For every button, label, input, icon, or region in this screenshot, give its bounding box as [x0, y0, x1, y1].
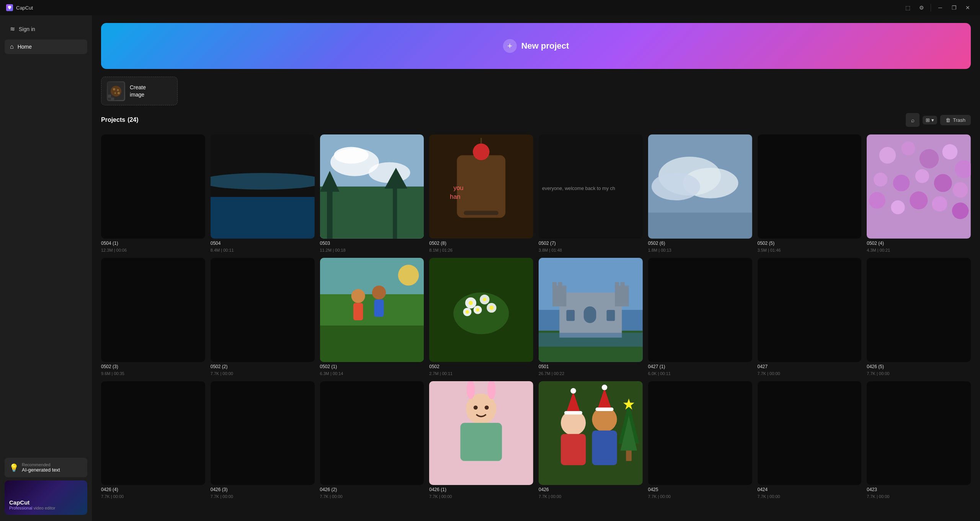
promo-card[interactable]: CapCut Professional video editor	[5, 480, 87, 515]
close-icon: ✕	[965, 5, 970, 11]
svg-point-44	[915, 169, 929, 183]
sidebar-item-home[interactable]: ⌂ Home	[5, 39, 87, 54]
project-name: 0502 (7)	[539, 241, 643, 246]
projects-grid: 0504 (1)12.3M | 00:06 05048.4M | 00:11	[101, 134, 971, 499]
svg-point-40	[942, 144, 958, 159]
svg-point-59	[398, 265, 418, 285]
settings-button[interactable]: ⚙	[915, 2, 928, 14]
svg-rect-85	[539, 333, 643, 346]
project-name: 0427 (1)	[648, 364, 752, 369]
titlebar-left: CapCut	[6, 4, 33, 11]
project-meta: 11.2M | 00:18	[320, 248, 424, 252]
titlebar-controls: ⬚ ⚙ ─ ❐ ✕	[902, 2, 974, 14]
svg-text:han: han	[450, 193, 461, 200]
promo-content: CapCut Professional video editor	[9, 499, 55, 510]
project-meta: 3.8M | 01:48	[539, 248, 643, 252]
search-button[interactable]: ⌕	[906, 113, 920, 127]
projects-header: Projects (24) ⌕ ⊞ ▾ 🗑 Trash	[101, 113, 971, 127]
project-card[interactable]: everyone, welcome back to my ch 0502 (7)…	[539, 134, 643, 252]
svg-point-24	[473, 144, 489, 160]
project-card[interactable]: 0502 (5)3.5M | 01:46	[758, 134, 862, 252]
svg-rect-106	[626, 451, 631, 461]
project-name: 0426 (4)	[101, 487, 205, 492]
svg-point-49	[910, 192, 928, 210]
svg-point-38	[902, 141, 915, 155]
project-card[interactable]: 04277.7K | 00:00	[758, 258, 862, 376]
project-name: 0502 (1)	[320, 364, 424, 369]
project-meta: 7.7K | 00:00	[429, 494, 533, 499]
svg-rect-23	[457, 155, 506, 218]
svg-point-51	[952, 203, 969, 219]
project-card[interactable]: 0427 (1)6.0K | 00:11	[648, 258, 752, 376]
project-card[interactable]: 0426 (4)7.7K | 00:00	[101, 381, 205, 499]
project-card[interactable]: 050311.2M | 00:18	[320, 134, 424, 252]
close-button[interactable]: ✕	[962, 2, 974, 14]
svg-point-70	[490, 306, 494, 310]
svg-rect-35	[648, 213, 752, 239]
minimize-button[interactable]: ─	[934, 2, 946, 14]
project-meta: 7.7K | 00:00	[758, 494, 862, 499]
svg-rect-6	[108, 95, 111, 98]
project-card[interactable]: 0504 (1)12.3M | 00:06	[101, 134, 205, 252]
svg-point-5	[118, 92, 120, 94]
project-card[interactable]: 0426 (5)7.7K | 00:00	[867, 258, 971, 376]
project-meta: 7.7K | 00:00	[320, 494, 424, 499]
create-image-label: Createimage	[130, 84, 146, 98]
new-project-label: New project	[521, 41, 569, 51]
trash-button[interactable]: 🗑 Trash	[940, 115, 971, 125]
project-card[interactable]: 04267.7K | 00:00	[539, 381, 643, 499]
view-toggle-button[interactable]: ⊞ ▾	[923, 116, 937, 125]
project-card[interactable]: 0426 (2)7.7K | 00:00	[320, 381, 424, 499]
project-card[interactable]: 0426 (1)7.7K | 00:00	[429, 381, 533, 499]
project-meta: 3.5M | 01:46	[758, 248, 862, 252]
project-card[interactable]: 05022.7M | 00:11	[429, 258, 533, 376]
project-card[interactable]: you han 0502 (8)8.1M | 01:26	[429, 134, 533, 252]
project-card[interactable]: 05048.4M | 00:11	[211, 134, 315, 252]
project-card[interactable]: 0502 (6)1.8M | 00:13	[648, 134, 752, 252]
svg-rect-7	[111, 95, 114, 98]
svg-rect-76	[552, 285, 566, 306]
project-card[interactable]: 0502 (4)4.3M | 00:21	[867, 134, 971, 252]
svg-rect-79	[558, 282, 562, 287]
svg-point-43	[893, 175, 910, 191]
project-name: 0502 (5)	[758, 241, 862, 246]
svg-text:you: you	[454, 184, 464, 191]
project-card[interactable]: 0502 (1)6.3M | 00:14	[320, 258, 424, 376]
recommended-text: Recommended AI-generated text	[22, 462, 60, 473]
sidebar-item-signin[interactable]: ≋ Sign in	[5, 21, 87, 36]
svg-rect-102	[561, 434, 586, 465]
projects-actions: ⌕ ⊞ ▾ 🗑 Trash	[906, 113, 971, 127]
project-card[interactable]: 0502 (2)7.7K | 00:00	[211, 258, 315, 376]
project-card[interactable]: 04257.7K | 00:00	[648, 381, 752, 499]
signin-icon: ≋	[10, 25, 15, 33]
cast-button[interactable]: ⬚	[902, 2, 914, 14]
new-project-icon: +	[503, 39, 517, 53]
project-card[interactable]: 0502 (3)9.6M | 00:35	[101, 258, 205, 376]
svg-point-37	[879, 147, 896, 164]
svg-point-92	[485, 405, 489, 410]
project-card[interactable]: 04237.7K | 00:00	[867, 381, 971, 499]
app-name: CapCut	[16, 5, 33, 11]
recommended-card[interactable]: 💡 Recommended AI-generated text	[5, 458, 87, 477]
new-project-banner[interactable]: + New project	[101, 23, 971, 69]
project-card[interactable]: 050126.7M | 00:22	[539, 258, 643, 376]
project-card[interactable]: 0426 (3)7.7K | 00:00	[211, 381, 315, 499]
svg-point-12	[211, 173, 315, 190]
svg-point-17	[334, 147, 369, 164]
svg-point-55	[351, 289, 365, 303]
create-image-card[interactable]: Createimage	[101, 77, 178, 105]
project-card[interactable]: 04247.7K | 00:00	[758, 381, 862, 499]
restore-button[interactable]: ❐	[948, 2, 960, 14]
project-name: 0426 (3)	[211, 487, 315, 492]
svg-rect-56	[353, 303, 363, 320]
svg-point-42	[874, 173, 887, 187]
projects-title-group: Projects (24)	[101, 116, 139, 123]
cast-icon: ⬚	[905, 5, 910, 11]
svg-point-91	[474, 405, 478, 410]
project-meta: 9.6M | 00:35	[101, 371, 205, 376]
app-logo	[6, 4, 13, 11]
svg-rect-103	[592, 430, 617, 465]
project-name: 0504 (1)	[101, 241, 205, 246]
project-name: 0425	[648, 487, 752, 492]
main-content: + New project	[92, 15, 980, 521]
